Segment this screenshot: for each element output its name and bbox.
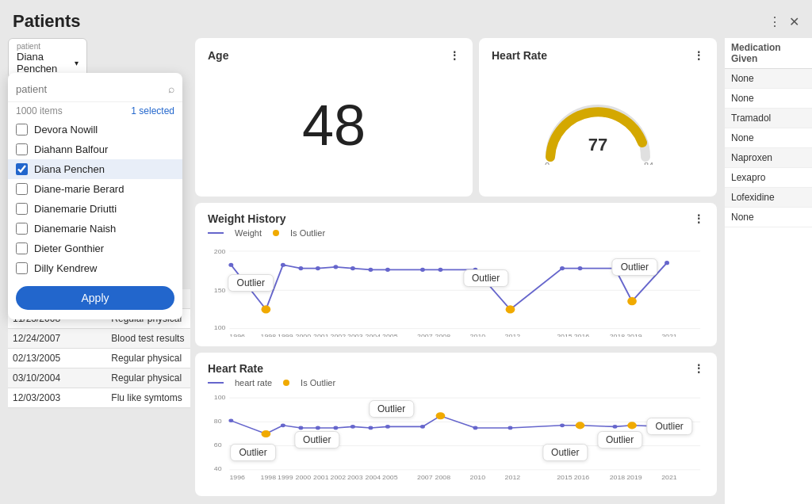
patient-search-input[interactable] [16, 83, 163, 95]
filter-checkbox-1[interactable] [16, 143, 28, 155]
svg-text:1999: 1999 [278, 475, 293, 481]
svg-point-17 [385, 268, 390, 272]
svg-point-60 [316, 426, 320, 430]
filter-item-2[interactable]: Diana Penchen [8, 159, 182, 179]
dropdown-value: Diana Penchen ▾ [17, 51, 79, 74]
svg-text:1999: 1999 [278, 332, 293, 337]
svg-text:2004: 2004 [366, 332, 381, 337]
svg-text:1996: 1996 [229, 475, 245, 481]
weight-legend-label: Weight [235, 228, 262, 238]
filter-checkbox-3[interactable] [16, 183, 28, 195]
filter-checkbox-5[interactable] [16, 223, 28, 235]
filter-item-7[interactable]: Dilly Kendrew [8, 258, 182, 278]
med-row-5: Naproxen [725, 148, 812, 168]
hr-outlier-4: Outlier [542, 444, 588, 461]
svg-text:2019: 2019 [626, 475, 642, 481]
dropdown-label: patient [17, 42, 79, 51]
filter-item-1[interactable]: Diahann Balfour [8, 139, 182, 159]
svg-point-67 [473, 426, 478, 430]
hr-outlier-legend-dot [283, 380, 289, 386]
hr-outlier-5: Outlier [597, 431, 642, 449]
heart-rate-more-icon[interactable]: ⋮ [693, 49, 704, 62]
weight-legend-line [208, 232, 224, 234]
svg-point-18 [420, 268, 425, 272]
age-value: 48 [208, 65, 460, 185]
svg-point-76 [576, 422, 585, 429]
svg-point-19 [439, 268, 443, 272]
svg-text:2016: 2016 [574, 475, 590, 481]
weight-outlier-3: Outlier [612, 258, 657, 276]
svg-text:150: 150 [214, 286, 226, 293]
svg-text:1998: 1998 [261, 332, 277, 337]
svg-text:2002: 2002 [331, 475, 347, 481]
svg-text:2016: 2016 [574, 332, 590, 337]
filter-item-5[interactable]: Dianemarie Naish [8, 219, 182, 239]
svg-point-12 [298, 266, 303, 270]
hr-outlier-legend-label: Is Outlier [301, 378, 335, 388]
filter-item-list: Devora NowillDiahann BalfourDiana Penche… [8, 120, 182, 278]
svg-point-69 [560, 424, 565, 428]
svg-text:77: 77 [588, 135, 607, 155]
filter-checkbox-6[interactable] [16, 242, 28, 254]
filter-item-0[interactable]: Devora Nowill [8, 120, 182, 139]
page-title: Patients [13, 11, 762, 32]
weight-history-more-icon[interactable]: ⋮ [693, 212, 704, 225]
svg-text:40: 40 [214, 466, 222, 472]
svg-text:2002: 2002 [331, 332, 347, 337]
svg-text:2005: 2005 [382, 475, 398, 481]
filter-item-3[interactable]: Diane-marie Berard [8, 179, 182, 199]
svg-text:2001: 2001 [313, 475, 329, 481]
svg-point-13 [316, 266, 320, 270]
weight-outlier-1: Outlier [228, 274, 274, 292]
svg-text:2003: 2003 [347, 475, 363, 481]
table-row: 12/03/2003Flu like symtoms [8, 388, 190, 408]
svg-text:2021: 2021 [661, 332, 677, 337]
svg-point-77 [627, 422, 637, 429]
heart-rate-gauge: 77 0 84 [492, 65, 704, 185]
filter-item-4[interactable]: Dianemarie Driutti [8, 199, 182, 219]
svg-point-9 [228, 263, 233, 267]
age-card-more-icon[interactable]: ⋮ [449, 49, 460, 62]
heart-rate-chart-more-icon[interactable]: ⋮ [693, 362, 704, 375]
svg-point-71 [613, 425, 618, 429]
heart-rate-chart-card: Heart Rate ⋮ heart rate Is Outlier 100 8… [195, 353, 717, 496]
filter-selected-count: 1 selected [131, 105, 174, 116]
med-row-8: None [725, 208, 812, 227]
svg-text:2008: 2008 [435, 475, 451, 481]
svg-text:2010: 2010 [470, 475, 486, 481]
svg-point-61 [333, 426, 338, 430]
svg-point-74 [261, 430, 270, 437]
svg-text:2007: 2007 [417, 332, 433, 337]
svg-text:2004: 2004 [366, 475, 381, 481]
heart-rate-card: Heart Rate ⋮ 77 0 84 [479, 38, 717, 197]
chevron-down-icon: ▾ [75, 59, 79, 67]
hr-legend-line [208, 382, 224, 384]
svg-point-14 [333, 265, 338, 269]
more-icon[interactable]: ⋮ [768, 14, 781, 29]
svg-text:2000: 2000 [296, 475, 312, 481]
med-row-4: None [725, 128, 812, 148]
apply-button[interactable]: Apply [16, 286, 174, 310]
svg-text:2005: 2005 [382, 332, 398, 337]
svg-point-29 [627, 297, 637, 305]
filter-checkbox-2[interactable] [16, 163, 28, 175]
svg-point-22 [560, 266, 565, 270]
med-row-1: None [725, 69, 812, 89]
table-row: 12/24/2007Blood test results [8, 329, 190, 349]
hr-legend-label: heart rate [235, 378, 272, 388]
svg-text:60: 60 [214, 442, 222, 449]
filter-checkbox-0[interactable] [16, 124, 28, 136]
svg-point-59 [298, 426, 303, 430]
svg-text:2012: 2012 [505, 475, 521, 481]
svg-point-62 [350, 425, 355, 429]
filter-checkbox-7[interactable] [16, 262, 28, 274]
filter-item-6[interactable]: Dieter Gonthier [8, 239, 182, 258]
svg-point-27 [261, 305, 270, 313]
weight-history-card: Weight History ⋮ Weight Is Outlier 200 1… [195, 203, 717, 346]
svg-point-75 [436, 412, 446, 419]
filter-count: 1000 items [16, 105, 63, 116]
weight-chart-area: 200 150 100 [208, 241, 704, 337]
svg-text:2019: 2019 [626, 332, 642, 337]
filter-checkbox-4[interactable] [16, 203, 28, 215]
close-icon[interactable]: ✕ [789, 14, 799, 29]
